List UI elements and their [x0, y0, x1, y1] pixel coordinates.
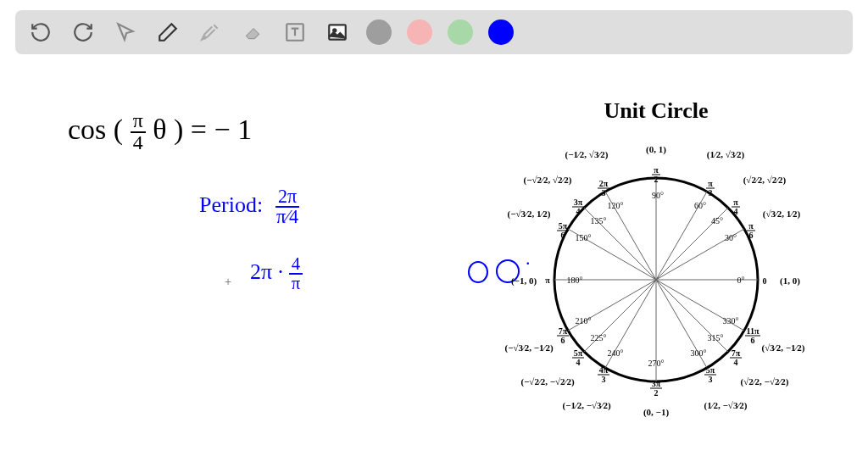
svg-text:(0, −1): (0, −1): [643, 407, 669, 418]
svg-text:(1⁄2, −√3⁄2): (1⁄2, −√3⁄2): [704, 400, 748, 411]
color-green[interactable]: [448, 19, 473, 45]
svg-text:135°: 135°: [591, 216, 607, 225]
color-pink[interactable]: [407, 19, 432, 45]
svg-text:6: 6: [561, 231, 565, 240]
svg-text:0°: 0°: [737, 275, 745, 285]
svg-text:315°: 315°: [708, 333, 724, 342]
svg-text:270°: 270°: [648, 359, 665, 368]
svg-text:π: π: [733, 198, 738, 207]
svg-text:2: 2: [654, 175, 659, 184]
unit-circle-title: Unit Circle: [495, 98, 817, 124]
svg-text:4: 4: [576, 358, 581, 367]
drawing-canvas[interactable]: cos ( π4 θ ) = − 1 Period: 2ππ⁄4 2π · 4π…: [0, 64, 868, 473]
svg-text:3π: 3π: [574, 198, 583, 207]
svg-point-0: [203, 36, 205, 38]
svg-text:11π: 11π: [747, 326, 760, 336]
svg-text:3: 3: [709, 375, 713, 384]
svg-text:4π: 4π: [599, 365, 609, 375]
color-blue[interactable]: [488, 19, 514, 45]
svg-text:7π: 7π: [732, 348, 741, 358]
svg-text:150°: 150°: [576, 233, 592, 242]
svg-text:3: 3: [602, 375, 606, 384]
svg-text:(√2⁄2, −√2⁄2): (√2⁄2, −√2⁄2): [741, 376, 789, 387]
svg-text:π: π: [748, 221, 754, 231]
redo-button[interactable]: [70, 19, 97, 46]
svg-text:180°: 180°: [567, 275, 583, 285]
svg-text:5π: 5π: [559, 221, 568, 231]
svg-text:7π: 7π: [559, 326, 568, 336]
svg-text:30°: 30°: [725, 233, 737, 242]
svg-text:60°: 60°: [694, 201, 706, 210]
svg-text:225°: 225°: [591, 333, 607, 342]
svg-text:330°: 330°: [723, 316, 739, 326]
svg-text:4: 4: [734, 207, 738, 216]
pointer-tool[interactable]: [112, 19, 139, 46]
svg-text:3π: 3π: [652, 379, 661, 388]
svg-text:π: π: [708, 179, 713, 188]
svg-text:120°: 120°: [608, 201, 624, 210]
svg-text:(−√2⁄2, −√2⁄2): (−√2⁄2, −√2⁄2): [520, 376, 574, 387]
unit-circle-image: Unit Circle 0° 30°: [495, 98, 817, 432]
svg-text:(−1⁄2, −√3⁄2): (−1⁄2, −√3⁄2): [562, 400, 610, 411]
svg-text:(−1, 0): (−1, 0): [511, 275, 537, 287]
simplify-annotation: 2π · 4π: [250, 255, 303, 292]
svg-text:(1⁄2, √3⁄2): (1⁄2, √3⁄2): [707, 149, 745, 160]
text-tool[interactable]: [281, 19, 309, 46]
pencil-tool[interactable]: [154, 19, 181, 46]
svg-text:(√3⁄2, 1⁄2): (√3⁄2, 1⁄2): [763, 209, 801, 220]
period-annotation: Period: 2ππ⁄4: [199, 187, 301, 226]
svg-text:300°: 300°: [691, 348, 707, 358]
toolbar: [15, 10, 853, 54]
tools-icon[interactable]: [197, 19, 224, 46]
svg-text:5π: 5π: [574, 348, 583, 358]
color-gray[interactable]: [366, 19, 392, 45]
cursor-crosshair: +: [225, 275, 231, 288]
svg-text:4: 4: [576, 207, 581, 216]
svg-text:3: 3: [602, 188, 606, 198]
svg-text:π: π: [654, 165, 659, 175]
svg-text:(−√3⁄2, 1⁄2): (−√3⁄2, 1⁄2): [508, 209, 551, 220]
svg-text:π: π: [545, 275, 550, 285]
svg-text:(1, 0): (1, 0): [780, 275, 800, 287]
svg-text:4: 4: [734, 358, 738, 367]
svg-text:3: 3: [709, 188, 713, 198]
svg-text:45°: 45°: [711, 216, 723, 225]
svg-text:0: 0: [763, 276, 767, 286]
svg-text:(−√2⁄2, √2⁄2): (−√2⁄2, √2⁄2): [524, 175, 572, 186]
svg-text:2: 2: [654, 388, 659, 398]
svg-text:(√2⁄2, √2⁄2): (√2⁄2, √2⁄2): [743, 175, 787, 186]
svg-text:6: 6: [561, 336, 565, 345]
svg-text:90°: 90°: [652, 191, 664, 200]
eraser-tool[interactable]: [239, 19, 266, 46]
svg-text:6: 6: [751, 336, 755, 345]
svg-text:(0, 1): (0, 1): [646, 144, 666, 155]
svg-text:240°: 240°: [608, 348, 624, 358]
svg-text:2π: 2π: [599, 179, 609, 188]
undo-button[interactable]: [27, 19, 54, 46]
svg-text:(−√3⁄2, −1⁄2): (−√3⁄2, −1⁄2): [504, 342, 553, 353]
image-tool[interactable]: [324, 19, 351, 46]
svg-text:210°: 210°: [576, 316, 592, 326]
equation-main: cos ( π4 θ ) = − 1: [68, 111, 252, 153]
unit-circle-svg: 0° 30° 45° 60° 90° 120° 135° 150° 180° 2…: [504, 127, 809, 432]
svg-text:6: 6: [749, 231, 754, 240]
svg-text:(−1⁄2, √3⁄2): (−1⁄2, √3⁄2): [565, 149, 609, 160]
svg-text:(√3⁄2, −1⁄2): (√3⁄2, −1⁄2): [762, 342, 805, 353]
svg-text:5π: 5π: [706, 365, 715, 375]
annotation-circle-1: [468, 261, 488, 283]
